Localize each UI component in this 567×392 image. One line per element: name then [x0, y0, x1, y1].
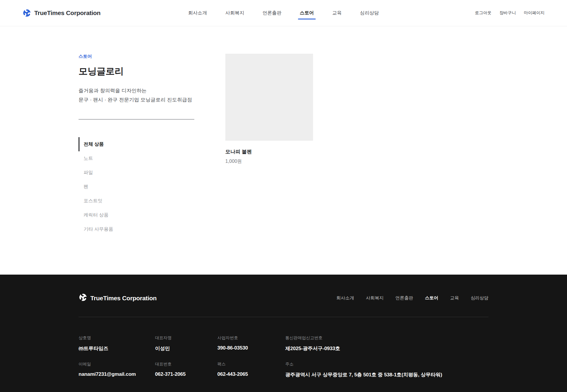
nav-item[interactable]: 회사소개 — [186, 0, 209, 26]
info-value: 390-86-03530 — [217, 345, 285, 351]
header-user-links: 로그아웃 장바구니 마이페이지 — [475, 10, 545, 16]
company-info-item: 팩스 062-443-2065 — [217, 362, 285, 378]
product-price: 1,000원 — [225, 158, 313, 165]
sidebar-divider — [79, 119, 194, 119]
nav-item[interactable]: 심리상담 — [358, 0, 381, 26]
company-info-grid: 상호명 ㈜트루타임즈 대표자명 이성민 사업자번호 390-86-03530 통… — [79, 335, 488, 378]
info-label: 대표번호 — [155, 362, 217, 367]
info-value: 이성민 — [155, 345, 217, 352]
brand-name: TrueTimes Corporation — [34, 9, 100, 17]
store-description-line2: 문구 · 팬시 · 완구 전문기업 모닝글로리 진도취급점 — [79, 96, 194, 105]
info-label: 팩스 — [217, 362, 285, 367]
info-value: 062-371-2065 — [155, 371, 217, 377]
store-description-line1: 즐거움과 창의력을 디자인하는 — [79, 86, 194, 96]
category-item[interactable]: 전체 상품 — [79, 137, 194, 151]
category-item[interactable]: 펜 — [79, 180, 194, 194]
nav-item[interactable]: 스토어 — [298, 0, 316, 26]
product-name: 모나피 볼펜 — [225, 148, 313, 155]
user-link[interactable]: 장바구니 — [499, 10, 516, 16]
footer-divider — [79, 317, 488, 317]
company-info-item: 대표번호 062-371-2065 — [155, 362, 217, 378]
info-value: 062-443-2065 — [217, 371, 285, 377]
footer-nav-item[interactable]: 사회복지 — [366, 295, 384, 301]
product-grid: 모나피 볼펜 1,000원 — [225, 54, 517, 165]
store-title: 모닝글로리 — [79, 65, 194, 78]
footer-top: TrueTimes Corporation 회사소개 사회복지 언론출판 스토어… — [79, 293, 488, 303]
category-list: 전체 상품 노트 파일 펜 포스트잇 캐릭터 상품 기타 사무용품 — [79, 137, 194, 236]
footer-nav-item[interactable]: 교육 — [450, 295, 459, 301]
info-label: 이메일 — [79, 362, 155, 367]
company-info-item: 대표자명 이성민 — [155, 335, 217, 352]
pinwheel-logo-icon — [22, 9, 31, 17]
info-value: 광주광역시 서구 상무중앙로 7, 5층 501호 중 538-1호(치평동, … — [285, 371, 488, 378]
nav-item[interactable]: 사회복지 — [224, 0, 246, 26]
company-info-item: 통신판매업신고번호 제2025-광주서구-0933호 — [285, 335, 488, 352]
info-value: nanami7231@gmail.com — [79, 371, 155, 377]
store-eyebrow: 스토어 — [79, 54, 194, 59]
nav-item[interactable]: 교육 — [330, 0, 343, 26]
category-item[interactable]: 포스트잇 — [79, 194, 194, 208]
category-item[interactable]: 노트 — [79, 151, 194, 165]
user-link[interactable]: 마이페이지 — [524, 10, 545, 16]
pinwheel-logo-icon — [79, 293, 87, 303]
main-nav: 회사소개 사회복지 언론출판 스토어 교육 심리상담 — [186, 0, 381, 26]
footer-brand-logo[interactable]: TrueTimes Corporation — [79, 293, 157, 303]
user-link[interactable]: 로그아웃 — [475, 10, 491, 16]
category-item[interactable]: 기타 사무용품 — [79, 222, 194, 236]
footer-nav-item[interactable]: 스토어 — [425, 295, 438, 301]
company-info-item: 주소 광주광역시 서구 상무중앙로 7, 5층 501호 중 538-1호(치평… — [285, 362, 488, 378]
category-item[interactable]: 파일 — [79, 165, 194, 180]
company-info-item: 상호명 ㈜트루타임즈 — [79, 335, 155, 352]
info-label: 상호명 — [79, 335, 155, 341]
footer-brand-name: TrueTimes Corporation — [90, 295, 157, 302]
info-label: 사업자번호 — [217, 335, 285, 341]
store-page: 스토어 모닝글로리 즐거움과 창의력을 디자인하는 문구 · 팬시 · 완구 전… — [79, 26, 488, 275]
footer-nav: 회사소개 사회복지 언론출판 스토어 교육 심리상담 — [336, 295, 488, 301]
company-info-item: 사업자번호 390-86-03530 — [217, 335, 285, 352]
footer-nav-item[interactable]: 회사소개 — [336, 295, 354, 301]
footer-nav-item[interactable]: 언론출판 — [395, 295, 413, 301]
brand-logo[interactable]: TrueTimes Corporation — [22, 9, 100, 17]
product-image-placeholder[interactable] — [225, 54, 313, 141]
info-label: 대표자명 — [155, 335, 217, 341]
info-label: 주소 — [285, 362, 488, 367]
product-card[interactable]: 모나피 볼펜 1,000원 — [225, 54, 313, 165]
company-info-item: 이메일 nanami7231@gmail.com — [79, 362, 155, 378]
category-item[interactable]: 캐릭터 상품 — [79, 208, 194, 222]
store-sidebar: 스토어 모닝글로리 즐거움과 창의력을 디자인하는 문구 · 팬시 · 완구 전… — [79, 54, 194, 236]
store-description: 즐거움과 창의력을 디자인하는 문구 · 팬시 · 완구 전문기업 모닝글로리 … — [79, 86, 194, 104]
info-value: 제2025-광주서구-0933호 — [285, 345, 488, 352]
info-value: ㈜트루타임즈 — [79, 345, 155, 352]
nav-item[interactable]: 언론출판 — [261, 0, 283, 26]
site-header: TrueTimes Corporation 회사소개 사회복지 언론출판 스토어… — [0, 0, 567, 26]
site-footer: TrueTimes Corporation 회사소개 사회복지 언론출판 스토어… — [0, 275, 567, 392]
info-label: 통신판매업신고번호 — [285, 335, 488, 341]
footer-nav-item[interactable]: 심리상담 — [471, 295, 488, 301]
